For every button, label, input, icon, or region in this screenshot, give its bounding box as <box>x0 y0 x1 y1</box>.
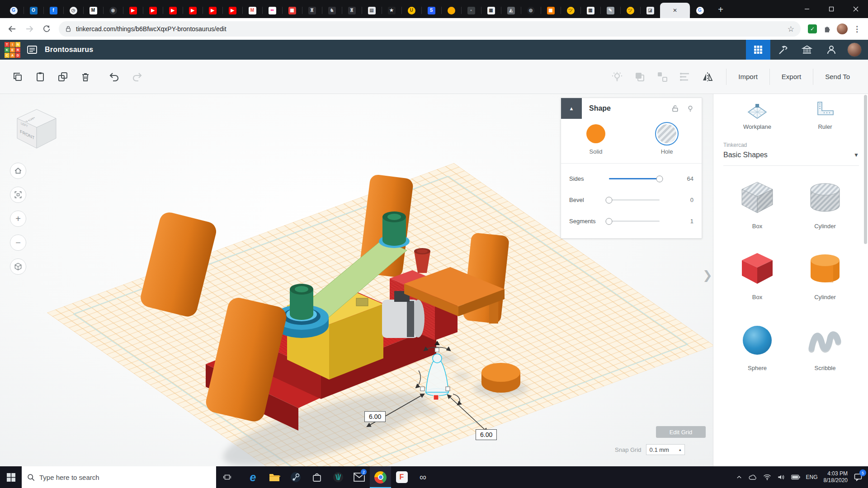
maximize-button[interactable] <box>819 0 844 18</box>
browser-tab[interactable]: ▪ <box>461 3 481 18</box>
send-to-button[interactable]: Send To <box>813 69 862 85</box>
volume-icon[interactable] <box>777 474 785 480</box>
scale-handle-left[interactable] <box>420 387 425 391</box>
duplicate-button[interactable] <box>52 66 74 88</box>
solid-option[interactable]: Solid <box>586 124 605 155</box>
gallery-item-hole-cylinder[interactable]: Cylinder <box>805 178 845 230</box>
refresh-button[interactable] <box>39 21 54 37</box>
app-store[interactable] <box>306 466 327 488</box>
redo-button[interactable] <box>126 66 148 88</box>
browser-tab[interactable]: ▦ <box>282 3 302 18</box>
panel-collapse-button[interactable]: ▲ <box>561 98 582 119</box>
edit-grid-button[interactable]: Edit Grid <box>656 426 706 438</box>
copy-button[interactable] <box>6 66 29 88</box>
solid-swatch[interactable] <box>586 124 605 143</box>
browser-tab[interactable]: ツ <box>620 3 640 18</box>
visibility-bulb-icon[interactable] <box>686 104 694 113</box>
gallery-item-hole-box[interactable]: Box <box>737 178 777 230</box>
view-cube[interactable]: TOP LEFT FRONT <box>12 105 62 151</box>
browser-tab[interactable]: ▶ <box>123 3 143 18</box>
browser-tab[interactable]: ♜ <box>342 3 362 18</box>
taskbar-clock[interactable]: 4:03 PM 8/18/2020 <box>824 470 848 484</box>
export-button[interactable]: Export <box>769 69 813 85</box>
segments-value[interactable]: 1 <box>660 218 693 225</box>
fit-view-button[interactable] <box>10 187 26 203</box>
browser-tab[interactable]: ▦ <box>481 3 501 18</box>
sides-slider[interactable] <box>609 178 660 179</box>
align-button[interactable] <box>674 66 696 88</box>
tinkercad-logo[interactable]: TINKERCAD <box>5 42 20 58</box>
bevel-slider-handle[interactable] <box>606 197 613 203</box>
design-title[interactable]: Brontosaurus <box>45 46 93 54</box>
shape-upper-green-cap[interactable] <box>379 211 410 248</box>
gallery-item-sphere[interactable]: Sphere <box>737 319 777 371</box>
extensions-puzzle-icon[interactable] <box>822 24 831 33</box>
dimension-x-input[interactable]: 6.00 <box>364 411 386 422</box>
browser-tab[interactable]: O <box>24 3 43 18</box>
paste-button[interactable] <box>29 66 52 88</box>
app-mail[interactable]: 2 <box>349 466 370 488</box>
tray-chevron-up-icon[interactable] <box>736 474 742 480</box>
browser-tab[interactable]: ◍ <box>521 3 541 18</box>
design-list-icon[interactable] <box>27 45 38 55</box>
browser-tab[interactable]: ▶ <box>222 3 242 18</box>
browser-tab-g[interactable]: G <box>690 3 710 18</box>
perspective-toggle-button[interactable] <box>10 258 26 275</box>
minimize-button[interactable] <box>795 0 819 18</box>
app-f[interactable]: F <box>391 466 412 488</box>
zoom-out-button[interactable]: − <box>10 235 26 251</box>
group-button[interactable] <box>628 66 651 88</box>
new-tab-button[interactable]: + <box>713 2 728 17</box>
account-person-button[interactable] <box>819 40 844 60</box>
3d-canvas[interactable]: TOP LEFT FRONT + − <box>0 94 713 466</box>
action-center-button[interactable]: 5 <box>854 473 863 482</box>
network-wifi-icon[interactable] <box>763 474 771 480</box>
ruler-tool[interactable]: Ruler <box>791 99 859 130</box>
app-steam[interactable] <box>285 466 306 488</box>
sidebar-collapse-handle[interactable]: ❯ <box>703 268 712 282</box>
show-all-bulb-button[interactable] <box>606 66 628 88</box>
app-chrome[interactable] <box>370 466 391 488</box>
import-button[interactable]: Import <box>726 69 769 85</box>
gallery-item-orange-cylinder[interactable]: Cylinder <box>805 249 845 300</box>
start-button[interactable] <box>0 466 22 488</box>
gallery-item-red-box[interactable]: Box <box>737 249 777 300</box>
classroom-building-button[interactable] <box>795 40 819 60</box>
gallery-item-scribble[interactable]: Scribble <box>805 319 845 371</box>
browser-tab[interactable]: ◉ <box>103 3 123 18</box>
browser-tab[interactable]: ♞ <box>322 3 342 18</box>
blocks-view-button[interactable] <box>746 40 770 60</box>
close-button[interactable] <box>844 0 868 18</box>
browser-tab[interactable]: ✎ <box>600 3 620 18</box>
browser-tab[interactable]: f <box>43 3 63 18</box>
scale-handle-right[interactable] <box>446 387 450 391</box>
browser-profile-avatar[interactable] <box>837 23 848 34</box>
user-avatar[interactable] <box>847 42 862 57</box>
hole-option[interactable]: Hole <box>657 124 676 155</box>
mirror-button[interactable] <box>696 66 719 88</box>
browser-menu-icon[interactable]: ⋮ <box>853 24 861 34</box>
url-bar[interactable]: tinkercad.com/things/b6BfwcXqxPY-brontos… <box>59 21 801 37</box>
battery-icon[interactable] <box>791 474 800 480</box>
active-tab-tinkercad[interactable]: ✕ <box>660 3 690 18</box>
lock-icon[interactable] <box>671 104 679 113</box>
hole-swatch[interactable] <box>657 124 676 143</box>
scale-handle-top[interactable] <box>435 348 439 352</box>
app-edge[interactable]: e <box>242 466 264 488</box>
scale-handle-front[interactable] <box>434 395 439 400</box>
browser-tab[interactable]: ▦ <box>541 3 561 18</box>
browser-tab[interactable]: M <box>83 3 103 18</box>
sidebar-scrollbar[interactable] <box>864 95 867 244</box>
segments-slider[interactable] <box>609 221 660 222</box>
browser-tab[interactable]: ◷ <box>63 3 83 18</box>
onedrive-cloud-icon[interactable] <box>748 474 757 480</box>
browser-tab[interactable]: ◭ <box>501 3 521 18</box>
browser-tab[interactable]: M <box>242 3 262 18</box>
sides-value[interactable]: 64 <box>660 175 693 182</box>
dimension-y-input[interactable]: 6.00 <box>476 429 497 440</box>
ungroup-button[interactable] <box>651 66 674 88</box>
browser-tab[interactable]: ▤ <box>362 3 382 18</box>
tab-close-icon[interactable]: ✕ <box>673 7 677 14</box>
snap-grid-dropdown[interactable]: 0.1 mm ▴ <box>646 444 685 455</box>
app-loop[interactable]: ∞ <box>412 466 434 488</box>
